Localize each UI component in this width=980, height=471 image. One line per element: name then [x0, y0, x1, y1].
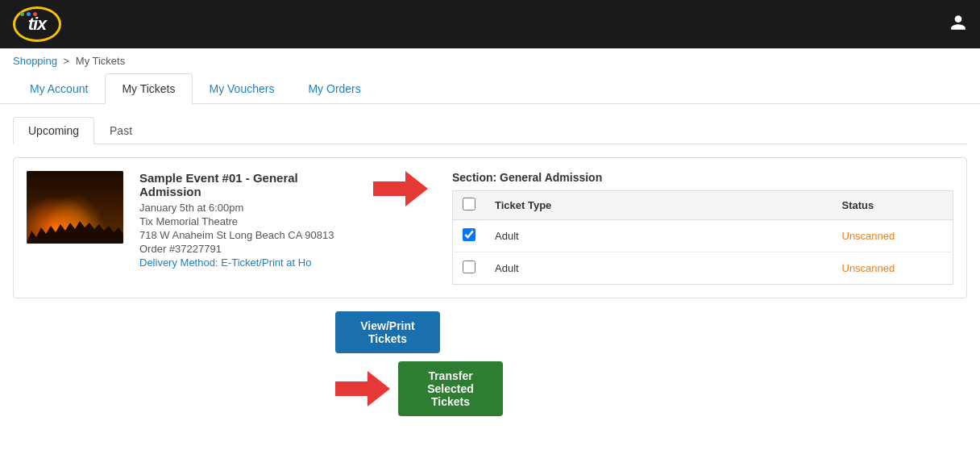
dot-blue [27, 12, 31, 16]
transfer-button[interactable]: TransferSelectedTickets [398, 361, 503, 416]
select-all-checkbox[interactable] [463, 198, 475, 210]
event-details: Sample Event #01 - General Admission Jan… [139, 171, 349, 269]
dot-red [33, 12, 37, 16]
arrow2-head [368, 371, 390, 406]
arrow-right-1 [373, 171, 428, 206]
event-order: Order #37227791 [139, 243, 349, 255]
row1-type: Adult [485, 220, 833, 252]
tab-upcoming[interactable]: Upcoming [13, 117, 94, 144]
logo-dots [20, 12, 37, 16]
outer-tab-bar: My Account My Tickets My Vouchers My Ord… [0, 73, 980, 104]
main-content: Upcoming Past Sample Event #01 - General… [0, 104, 980, 429]
dot-green [20, 12, 24, 16]
row2-checkbox-cell [453, 252, 486, 285]
section-header: Section: General Admission [452, 171, 953, 184]
event-image-crowd [27, 171, 123, 244]
arrow-head [405, 171, 428, 206]
table-row: Adult Unscanned [453, 252, 953, 285]
tab-my-orders[interactable]: My Orders [291, 73, 377, 104]
col-header-checkbox [453, 191, 486, 220]
breadcrumb-shopping[interactable]: Shopping [13, 55, 57, 67]
transfer-row: TransferSelectedTickets [335, 361, 503, 416]
crowd-silhouette [27, 211, 123, 244]
row2-type: Adult [485, 252, 833, 285]
col-header-status: Status [833, 191, 953, 220]
event-venue: Tix Memorial Theatre [139, 215, 349, 227]
tab-my-account[interactable]: My Account [13, 73, 105, 104]
site-header: tix [0, 0, 980, 48]
row1-checkbox-cell [453, 220, 486, 252]
logo: tix [13, 6, 61, 42]
row2-status: Unscanned [833, 252, 953, 285]
event-image [27, 171, 123, 244]
arrow-container [373, 171, 428, 206]
breadcrumb-current: My Tickets [76, 55, 125, 67]
event-container: Sample Event #01 - General Admission Jan… [13, 157, 967, 298]
event-title: Sample Event #01 - General Admission [139, 171, 349, 198]
user-icon[interactable] [949, 14, 967, 35]
event-delivery: Delivery Method: E-Ticket/Print at Ho [139, 256, 349, 269]
tab-my-tickets[interactable]: My Tickets [105, 73, 192, 104]
inner-tab-bar: Upcoming Past [13, 117, 967, 144]
tab-past[interactable]: Past [94, 117, 147, 144]
delivery-value: E-Ticket/Print at Ho [221, 256, 311, 269]
logo-text: tix [28, 14, 47, 35]
arrow-shaft [373, 181, 405, 196]
col-header-type: Ticket Type [485, 191, 833, 220]
table-header-row: Ticket Type Status [453, 191, 953, 220]
tickets-section: Section: General Admission Ticket Type S… [452, 171, 953, 285]
arrow-right-2 [335, 371, 390, 406]
arrow2-shaft [335, 381, 368, 396]
tickets-table: Ticket Type Status Adult Unscanned [452, 190, 953, 285]
row1-status: Unscanned [833, 220, 953, 252]
logo-oval: tix [13, 6, 61, 42]
table-row: Adult Unscanned [453, 220, 953, 252]
event-date: January 5th at 6:00pm [139, 202, 349, 214]
buttons-section: View/PrintTickets TransferSelectedTicket… [13, 311, 967, 416]
view-print-button[interactable]: View/PrintTickets [335, 311, 440, 353]
breadcrumb: Shopping > My Tickets [0, 48, 980, 73]
event-address: 718 W Anaheim St Long Beach CA 90813 [139, 229, 349, 241]
row2-checkbox[interactable] [463, 261, 475, 273]
breadcrumb-separator: > [64, 55, 70, 67]
tab-my-vouchers[interactable]: My Vouchers [193, 73, 292, 104]
row1-checkbox[interactable] [463, 228, 475, 241]
